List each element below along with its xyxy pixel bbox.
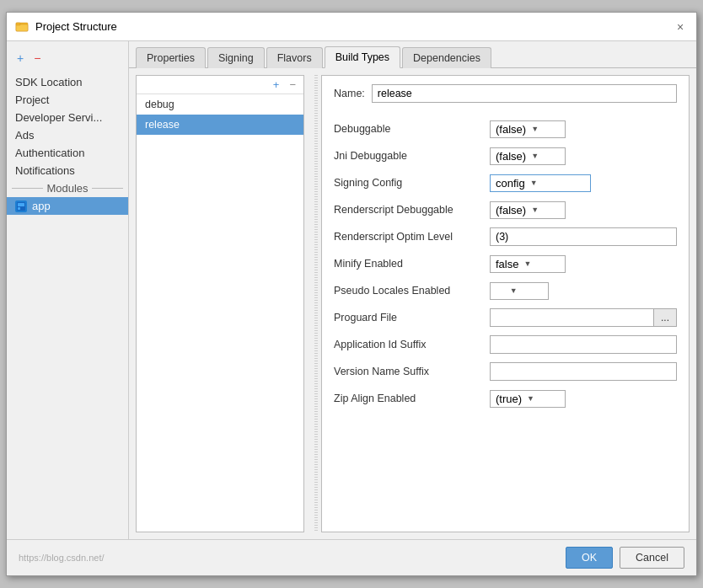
form-row-proguard: Proguard File ... — [334, 307, 677, 329]
svg-rect-5 — [18, 207, 20, 210]
tab-dependencies[interactable]: Dependencies — [402, 47, 491, 68]
form-row-minify: Minify Enabled false ▼ — [334, 253, 677, 275]
module-app-icon — [15, 200, 27, 212]
zip-align-value: (true) ▼ — [490, 390, 677, 408]
tab-flavors[interactable]: Flavors — [266, 47, 323, 68]
name-row: Name: — [334, 84, 677, 110]
title-bar-left: Project Structure — [15, 20, 117, 34]
minify-label: Minify Enabled — [334, 258, 490, 270]
tab-properties[interactable]: Properties — [136, 47, 206, 68]
panel-divider[interactable] — [314, 75, 318, 532]
form-row-signing-config: Signing Config config ▼ — [334, 172, 677, 194]
form-row-pseudo-locales: Pseudo Locales Enabled ▼ — [334, 280, 677, 302]
form-row-jni-debuggable: Jni Debuggable (false) ▼ — [334, 145, 677, 167]
form-row-zip-align: Zip Align Enabled (true) ▼ — [334, 388, 677, 409]
rs-optim-label: Renderscript Optim Level — [334, 231, 490, 243]
sidebar-item-notifications[interactable]: Notifications — [7, 162, 128, 179]
ok-button[interactable]: OK — [566, 547, 613, 569]
rs-debuggable-arrow: ▼ — [531, 206, 539, 214]
dialog-body: + − SDK Location Project Developer Servi… — [7, 41, 696, 539]
pseudo-locales-arrow: ▼ — [510, 286, 518, 295]
build-list-panel: + − debug release — [136, 75, 304, 532]
build-list-add-button[interactable]: + — [269, 78, 284, 92]
signing-dropdown-arrow: ▼ — [530, 179, 538, 187]
jni-debuggable-dropdown[interactable]: (false) ▼ — [490, 147, 566, 165]
build-list: debug release — [137, 94, 303, 532]
build-list-item-release[interactable]: release — [137, 115, 303, 135]
zip-align-dropdown[interactable]: (true) ▼ — [490, 390, 566, 408]
proguard-label: Proguard File — [334, 312, 490, 323]
title-bar: Project Structure × — [7, 13, 696, 41]
name-label: Name: — [334, 88, 365, 99]
zip-align-arrow: ▼ — [527, 394, 534, 403]
cancel-button[interactable]: Cancel — [620, 547, 684, 569]
content-area: + − debug release Name: — [129, 68, 696, 539]
signing-config-value: config ▼ — [490, 174, 677, 192]
pseudo-locales-dropdown[interactable]: ▼ — [490, 282, 549, 300]
rs-debuggable-label: Renderscript Debuggable — [334, 204, 490, 216]
debuggable-label: Debuggable — [334, 123, 490, 135]
project-icon — [15, 20, 29, 34]
debuggable-dropdown-arrow: ▼ — [531, 125, 539, 133]
svg-rect-4 — [18, 203, 24, 206]
form-row-rs-debuggable: Renderscript Debuggable (false) ▼ — [334, 199, 677, 221]
sidebar-item-ads[interactable]: Ads — [7, 126, 128, 144]
rs-optim-value — [490, 227, 677, 246]
sidebar-item-authentication[interactable]: Authentication — [7, 144, 128, 162]
sidebar-modules-section: Modules — [7, 179, 128, 197]
form-row-debuggable: Debuggable (false) ▼ — [334, 118, 677, 140]
pseudo-locales-label: Pseudo Locales Enabled — [334, 285, 490, 297]
main-area: Properties Signing Flavors Build Types D… — [129, 41, 696, 539]
dialog-title: Project Structure — [35, 20, 117, 33]
minify-value: false ▼ — [490, 255, 677, 273]
pseudo-locales-value: ▼ — [490, 282, 677, 300]
sidebar-item-developer-services[interactable]: Developer Servi... — [7, 109, 128, 126]
dialog-footer: https://blog.csdn.net/ OK Cancel — [7, 539, 696, 575]
proguard-input-group: ... — [490, 308, 677, 327]
debuggable-dropdown[interactable]: (false) ▼ — [490, 120, 566, 138]
app-id-suffix-label: Application Id Suffix — [334, 339, 490, 350]
signing-config-dropdown[interactable]: config ▼ — [490, 174, 591, 192]
version-suffix-input[interactable] — [490, 362, 677, 381]
version-suffix-value — [490, 362, 677, 381]
rs-debuggable-value: (false) ▼ — [490, 201, 677, 219]
svg-rect-2 — [16, 23, 20, 25]
tab-signing[interactable]: Signing — [207, 47, 265, 68]
sidebar: + − SDK Location Project Developer Servi… — [7, 41, 129, 539]
build-list-toolbar: + − — [137, 76, 303, 94]
sidebar-toolbar: + − — [7, 48, 128, 68]
build-list-remove-button[interactable]: − — [285, 78, 300, 92]
rs-optim-input[interactable] — [490, 227, 677, 246]
project-structure-dialog: Project Structure × + − SDK Location Pro… — [6, 12, 697, 576]
app-id-suffix-input[interactable] — [490, 335, 677, 354]
proguard-browse-button[interactable]: ... — [654, 308, 677, 327]
jni-debuggable-value: (false) ▼ — [490, 147, 677, 165]
sidebar-remove-button[interactable]: − — [30, 50, 44, 67]
minify-dropdown[interactable]: false ▼ — [490, 255, 566, 273]
form-panel: Name: Debuggable (false) ▼ — [321, 75, 690, 532]
form-row-version-suffix: Version Name Suffix — [334, 361, 677, 382]
build-list-item-debug[interactable]: debug — [137, 94, 303, 115]
minify-arrow: ▼ — [523, 259, 531, 268]
sidebar-item-sdk-location[interactable]: SDK Location — [7, 73, 128, 91]
sidebar-add-button[interactable]: + — [13, 50, 27, 67]
app-id-suffix-value — [490, 335, 677, 354]
tabs-bar: Properties Signing Flavors Build Types D… — [129, 41, 696, 68]
debuggable-value: (false) ▼ — [490, 120, 677, 138]
zip-align-label: Zip Align Enabled — [334, 393, 490, 404]
rs-debuggable-dropdown[interactable]: (false) ▼ — [490, 201, 566, 219]
sidebar-item-project[interactable]: Project — [7, 91, 128, 109]
proguard-value: ... — [490, 308, 677, 327]
tab-build-types[interactable]: Build Types — [325, 46, 400, 68]
footer-link[interactable]: https://blog.csdn.net/ — [19, 553, 105, 563]
form-row-app-id-suffix: Application Id Suffix — [334, 334, 677, 355]
close-button[interactable]: × — [673, 19, 688, 35]
signing-config-label: Signing Config — [334, 177, 490, 189]
version-suffix-label: Version Name Suffix — [334, 366, 490, 377]
jni-dropdown-arrow: ▼ — [531, 152, 539, 160]
proguard-input[interactable] — [490, 308, 654, 327]
jni-debuggable-label: Jni Debuggable — [334, 150, 490, 162]
form-row-rs-optim: Renderscript Optim Level — [334, 226, 677, 248]
sidebar-module-app[interactable]: app — [7, 197, 128, 215]
name-input[interactable] — [372, 84, 677, 103]
